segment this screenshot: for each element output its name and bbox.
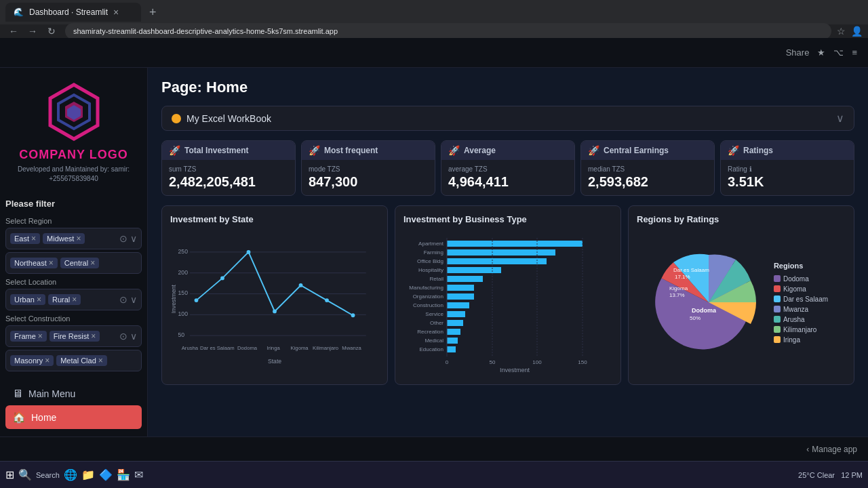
nav-main-menu[interactable]: 🖥 Main Menu — [5, 382, 142, 405]
tag-northeast[interactable]: Northeast× — [10, 258, 58, 268]
metric-average: 🚀 Average average TZS 4,964,411 — [441, 140, 575, 196]
bookmark-icon[interactable]: ☆ — [837, 26, 846, 37]
search-taskbar[interactable]: 🔍 — [18, 468, 32, 481]
tag-east-remove[interactable]: × — [31, 235, 36, 243]
rocket5-icon: 🚀 — [728, 145, 739, 156]
dar-color — [774, 296, 781, 302]
region-label: Select Region — [5, 217, 142, 225]
legend-arusha: Arusha — [774, 316, 828, 323]
bar-chart-svg: Apartment Farming Office Bldg Hospitalit… — [403, 231, 612, 373]
pie-chart-card: Regions by Ratings — [628, 205, 854, 385]
tag-masonry[interactable]: Masonry× — [10, 355, 54, 366]
taskbar-mail-icon[interactable]: ✉ — [134, 468, 143, 481]
home-icon: 🏠 — [12, 411, 26, 424]
github-button[interactable]: ⌥ — [833, 47, 844, 58]
construction-controls[interactable]: ⊙ ∨ — [119, 331, 137, 342]
tag-frame-remove[interactable]: × — [38, 332, 43, 340]
profile-icon[interactable]: 👤 — [851, 26, 863, 37]
tag-urban-remove[interactable]: × — [37, 296, 41, 304]
taskbar-store-icon[interactable]: 🏪 — [117, 468, 130, 481]
metric-central-earnings-header: 🚀 Central Earnings — [581, 141, 714, 160]
svg-rect-53 — [447, 329, 460, 335]
svg-text:200: 200 — [178, 269, 189, 276]
forward-button[interactable]: → — [24, 26, 41, 37]
share-button[interactable]: Share — [786, 47, 810, 58]
svg-text:Farming: Farming — [424, 249, 443, 256]
active-tab[interactable]: 🌊 Dashboard · Streamlit × — [5, 3, 141, 22]
svg-point-18 — [299, 283, 303, 287]
taskbar: ⊞ 🔍 Search 🌐 📁 🔷 🏪 ✉ 25°C Clear 12 PM — [0, 461, 868, 488]
rocket2-icon: 🚀 — [309, 145, 320, 156]
tag-metal-clad-remove[interactable]: × — [98, 357, 103, 365]
svg-text:Medical: Medical — [425, 338, 443, 344]
company-name: COMPANY LOGO — [5, 148, 142, 162]
dodoma-color — [774, 275, 781, 282]
legend-kilimanjaro: Kilimanjaro — [774, 326, 828, 333]
svg-rect-54 — [447, 338, 458, 344]
tag-masonry-remove[interactable]: × — [45, 357, 50, 365]
workbook-select[interactable]: My Excel WorkBook ∨ — [161, 106, 854, 131]
metric-ratings-header: 🚀 Ratings — [721, 141, 854, 160]
tag-fire-resist-remove[interactable]: × — [91, 332, 96, 340]
taskbar-file-icon[interactable]: 📁 — [81, 468, 95, 481]
tag-midwest[interactable]: Midwest× — [43, 233, 85, 244]
tag-rural[interactable]: Rural× — [48, 294, 81, 305]
svg-text:Kilimanjaro: Kilimanjaro — [313, 345, 338, 351]
svg-text:Office Bldg: Office Bldg — [417, 258, 443, 264]
new-tab-button[interactable]: + — [144, 5, 162, 20]
rocket4-icon: 🚀 — [588, 145, 599, 156]
star-button[interactable]: ★ — [817, 47, 825, 58]
nav-home[interactable]: 🏠 Home — [5, 405, 142, 429]
metric-ratings: 🚀 Ratings Rating ℹ 3.51K — [720, 140, 854, 196]
search-label[interactable]: Search — [36, 471, 60, 479]
top-bar: Share ★ ⌥ ≡ — [0, 38, 868, 68]
filter-heading: Please filter — [5, 199, 142, 209]
url-bar[interactable]: shamiraty-streamlit-dashboard-descriptiv… — [65, 23, 831, 39]
svg-text:Dar es Salaam: Dar es Salaam — [673, 267, 709, 273]
svg-point-20 — [351, 313, 355, 317]
svg-text:17.1%: 17.1% — [675, 274, 690, 280]
sidebar: COMPANY LOGO Developed and Maintained by… — [0, 68, 148, 436]
main-content: Page: Home My Excel WorkBook ∨ 🚀 Total I… — [148, 68, 868, 436]
svg-text:Kigoma: Kigoma — [291, 345, 309, 351]
svg-text:250: 250 — [178, 248, 189, 255]
manage-app-button[interactable]: ‹ Manage app — [806, 445, 857, 454]
taskbar-browser-icon[interactable]: 🌐 — [64, 468, 77, 481]
legend-dodoma: Dodoma — [774, 275, 828, 283]
nav-progress[interactable]: ◎ Progress — [5, 429, 142, 436]
company-sub: Developed and Maintained by: samir: +255… — [5, 165, 142, 184]
tag-frame[interactable]: Frame× — [10, 331, 47, 342]
chevron-left-icon: ‹ — [806, 445, 809, 454]
kigoma-color — [774, 285, 781, 292]
legend-mwanza: Mwanza — [774, 306, 828, 313]
svg-text:50: 50 — [490, 359, 496, 365]
menu-button[interactable]: ≡ — [852, 47, 857, 58]
start-icon[interactable]: ⊞ — [5, 468, 14, 481]
tag-east[interactable]: East× — [10, 233, 40, 244]
tag-midwest-remove[interactable]: × — [76, 235, 81, 243]
tab-close-icon[interactable]: × — [113, 7, 119, 18]
bar-chart-card: Investment by Business Type Apartment Fa… — [395, 205, 621, 385]
workbook-chevron-icon: ∨ — [836, 112, 844, 125]
svg-text:Hospitality: Hospitality — [418, 267, 443, 273]
refresh-button[interactable]: ↻ — [43, 26, 60, 37]
tag-northeast-remove[interactable]: × — [49, 259, 54, 267]
metric-most-frequent-header: 🚀 Most frequent — [302, 141, 435, 160]
region-controls[interactable]: ⊙ ∨ — [119, 233, 137, 244]
tag-urban[interactable]: Urban× — [10, 294, 45, 305]
location-label: Select Location — [5, 278, 142, 286]
tag-fire-resist[interactable]: Fire Resist× — [50, 331, 100, 342]
mwanza-color — [774, 306, 781, 312]
tag-central[interactable]: Central× — [60, 258, 99, 268]
taskbar-edge-icon[interactable]: 🔷 — [99, 468, 113, 481]
construction-filter-1: Frame× Fire Resist× ⊙ ∨ — [5, 325, 142, 347]
svg-rect-43 — [447, 241, 583, 247]
tag-metal-clad[interactable]: Metal Clad× — [56, 355, 107, 366]
tag-rural-remove[interactable]: × — [72, 296, 77, 304]
tag-central-remove[interactable]: × — [90, 259, 95, 267]
svg-text:Organization: Organization — [413, 293, 443, 300]
location-controls[interactable]: ⊙ ∨ — [119, 294, 137, 305]
svg-text:100: 100 — [532, 359, 542, 365]
back-button[interactable]: ← — [5, 26, 22, 37]
rocket-icon: 🚀 — [169, 145, 180, 156]
